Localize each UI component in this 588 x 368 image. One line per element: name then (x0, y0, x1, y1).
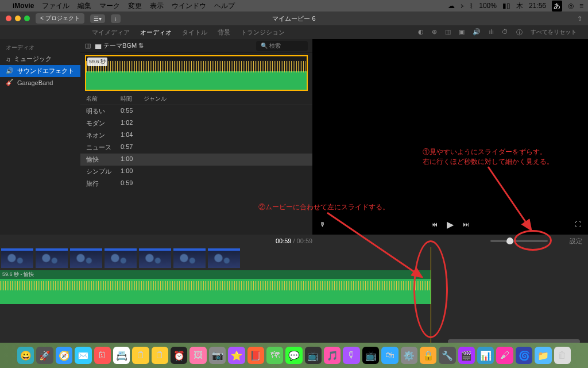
table-row[interactable]: 旅行0:59 (80, 178, 312, 190)
tab-mymedia[interactable]: マイメディア (92, 28, 130, 37)
dock-app-icon[interactable]: 🧭 (56, 347, 72, 364)
table-row[interactable]: 愉快1:00 (80, 154, 312, 166)
dock-app-icon[interactable]: 🔧 (439, 347, 455, 364)
next-button[interactable]: ⏭ (463, 221, 469, 228)
dock-app-icon[interactable]: 🖌 (496, 347, 513, 364)
menu-edit[interactable]: 編集 (78, 1, 91, 11)
battery-icon[interactable]: ▮▯ (502, 2, 510, 10)
tab-transitions[interactable]: トランジション (241, 28, 285, 37)
menu-view[interactable]: 表示 (150, 1, 164, 11)
dock-app-icon[interactable]: 🎙 (343, 347, 359, 364)
share-button[interactable]: ⇧ (577, 15, 582, 22)
dock-app-icon[interactable]: 🚀 (36, 347, 53, 364)
col-time[interactable]: 時間 (121, 95, 144, 103)
minimize-window-button[interactable] (15, 16, 21, 21)
preview-canvas[interactable] (312, 39, 588, 214)
dock-app-icon[interactable]: 🗺 (266, 347, 283, 364)
dock-app-icon[interactable]: 📷 (209, 347, 226, 364)
sidebar-toggle-icon[interactable]: ◫ (85, 42, 91, 49)
table-row[interactable]: モダン1:02 (80, 117, 312, 129)
video-track[interactable] (0, 247, 588, 269)
video-clip[interactable] (173, 248, 206, 268)
col-name[interactable]: 名前 (86, 95, 121, 103)
wifi-icon[interactable]: ⧙ (470, 2, 473, 10)
dock-app-icon[interactable]: 🗓 (94, 347, 111, 364)
dock-app-icon[interactable]: ✉️ (75, 347, 91, 364)
dock-app-icon[interactable]: 🗑 (554, 347, 571, 364)
menu-modify[interactable]: 変更 (128, 1, 142, 11)
dock-app-icon[interactable]: 🗒 (132, 347, 149, 364)
dock-app-icon[interactable]: 📺 (305, 347, 322, 364)
tab-audio[interactable]: オーディオ (140, 28, 172, 37)
siri-icon[interactable]: ◎ (568, 2, 574, 10)
timeline[interactable]: 59.6 秒 - 愉快 (0, 247, 588, 345)
dock-app-icon[interactable]: 📇 (113, 347, 130, 364)
close-window-button[interactable] (6, 16, 11, 21)
speed-icon[interactable]: ⏱ (502, 28, 508, 37)
dock-app-icon[interactable]: 📕 (247, 347, 264, 364)
dock-app-icon[interactable]: 🗒 (152, 347, 168, 364)
dock-app-icon[interactable]: ⭐ (228, 347, 245, 364)
video-clip[interactable] (36, 248, 68, 268)
svg-line-0 (488, 167, 531, 230)
tab-backgrounds[interactable]: 背景 (218, 28, 230, 37)
volume-icon[interactable]: 🔊 (473, 28, 481, 37)
menu-help[interactable]: ヘルプ (214, 1, 235, 11)
dock-app-icon[interactable]: 🌀 (516, 347, 532, 364)
dock-app-icon[interactable]: 🛍 (381, 347, 398, 364)
notification-icon[interactable]: ≡ (579, 2, 583, 10)
back-to-projects-button[interactable]: < プロジェクト (36, 13, 84, 24)
dock-app-icon[interactable]: 📁 (535, 347, 551, 364)
col-genre[interactable]: ジャンル (144, 95, 167, 103)
library-list-button[interactable]: ☰▾ (90, 14, 105, 23)
sidebar-item-music[interactable]: ♫ミュージック (0, 53, 80, 65)
selected-clip-waveform[interactable]: 59.6 秒 (85, 55, 308, 91)
menu-file[interactable]: ファイル (42, 1, 69, 11)
table-row[interactable]: シンプル1:00 (80, 166, 312, 178)
annotation-circle-playhead (413, 240, 448, 338)
menu-mark[interactable]: マーク (99, 1, 120, 11)
table-row[interactable]: ネオン1:04 (80, 129, 312, 141)
cloud-icon[interactable]: ☁ (448, 2, 455, 10)
info-icon[interactable]: ⓘ (516, 28, 523, 37)
dock-app-icon[interactable]: 📊 (477, 347, 494, 364)
folder-dropdown[interactable]: ▆ テーマBGM ⇅ (95, 41, 144, 50)
clock-time[interactable]: 21:56 (529, 2, 546, 10)
noise-reduce-icon[interactable]: ılı (489, 28, 494, 37)
reset-all[interactable]: すべてをリセット (531, 28, 577, 37)
color-balance-icon[interactable]: ⊛ (432, 28, 437, 37)
video-clip[interactable] (208, 248, 240, 268)
dock-app-icon[interactable]: 🔒 (420, 347, 436, 364)
ime-indicator[interactable]: あ (552, 1, 562, 12)
dock-app-icon[interactable]: 🎬 (458, 347, 475, 364)
dock-app-icon[interactable]: 🖼 (189, 347, 206, 364)
video-clip[interactable] (70, 248, 102, 268)
search-input[interactable]: 🔍 検索 (256, 41, 308, 51)
maximize-window-button[interactable] (24, 16, 30, 21)
table-row[interactable]: 明るい0:55 (80, 105, 312, 117)
sidebar-item-garageband[interactable]: 🎸GarageBand (0, 77, 80, 88)
fullscreen-button[interactable]: ⛶ (575, 221, 581, 228)
video-clip[interactable] (139, 248, 171, 268)
play-button[interactable]: ▶ (447, 219, 454, 230)
app-name[interactable]: iMovie (13, 2, 34, 10)
auto-enhance-icon[interactable]: ◐ (418, 28, 424, 37)
audio-track[interactable]: 59.6 秒 - 愉快 (0, 270, 588, 304)
dock-app-icon[interactable]: 🎵 (324, 347, 341, 364)
dock-app-icon[interactable]: 💬 (285, 347, 302, 364)
bluetooth-icon[interactable]: ᚛ (461, 2, 464, 10)
table-row[interactable]: ニュース0:57 (80, 141, 312, 154)
video-clip[interactable] (1, 248, 33, 268)
stabilize-icon[interactable]: ▣ (459, 28, 465, 37)
dock-app-icon[interactable]: 📺 (362, 347, 379, 364)
crop-icon[interactable]: ◫ (445, 28, 451, 37)
video-clip[interactable] (105, 248, 137, 268)
dock-app-icon[interactable]: ⚙️ (401, 347, 417, 364)
timeline-settings-button[interactable]: 設定 (570, 237, 582, 246)
menu-window[interactable]: ウインドウ (172, 1, 206, 11)
tab-titles[interactable]: タイトル (182, 28, 207, 37)
dock-app-icon[interactable]: ⏰ (171, 347, 187, 364)
import-button[interactable]: ↓ (111, 14, 121, 23)
dock-app-icon[interactable]: 😀 (17, 347, 34, 364)
sidebar-item-sound-effects[interactable]: 🔊サウンドエフェクト (0, 65, 80, 77)
